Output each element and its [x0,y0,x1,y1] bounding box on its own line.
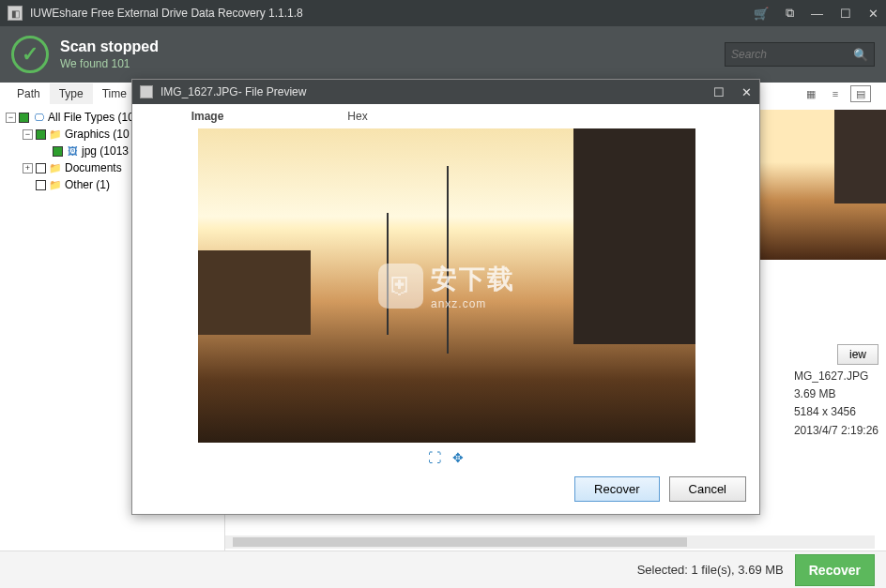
tree-root-label: All File Types (10 [48,111,134,124]
modal-maximize-icon[interactable]: ☐ [713,85,725,99]
selection-text: Selected: 1 file(s), 3.69 MB [637,563,784,577]
check-circle-icon [11,36,49,73]
modal-titlebar: IMG_1627.JPG- File Preview ☐ ✕ [132,80,759,104]
checkbox[interactable] [53,146,63,157]
col-time[interactable]: Time [93,83,136,104]
watermark-main: 安下载 [431,262,515,297]
detail-date: 2013/4/7 2:19:26 [794,422,878,440]
modal-app-icon [140,85,153,98]
modal-footer: Recover Cancel [132,471,759,511]
image-icon: 🖼 [66,144,79,158]
detail-size: 3.69 MB [794,385,878,403]
tree-graphics-label: Graphics (10 [65,128,130,141]
folder-icon: 📁 [49,161,62,174]
scan-status: Scan stopped [60,38,159,55]
drive-icon: 🖵 [32,111,45,124]
view-switcher: ▦ ≡ ▤ [802,85,878,102]
tree-documents-label: Documents [65,161,122,174]
modal-image-wrap: 安下载 anxz.com [132,128,759,443]
detail-dims: 5184 x 3456 [794,403,878,421]
img-building-left [198,250,311,335]
modal-actions: ☐ ✕ [713,85,752,99]
modal-cancel-button[interactable]: Cancel [669,476,746,502]
thumbnail-preview [745,110,886,260]
tab-hex[interactable]: Hex [283,105,433,128]
title-actions: 🛒 ⧉ — ☐ ✕ [754,6,878,21]
checkbox[interactable] [36,129,46,140]
modal-tools: ⛶ ✥ [132,443,759,471]
watermark-shield-icon [378,264,423,309]
maximize-icon[interactable]: ☐ [840,7,851,21]
col-path[interactable]: Path [8,83,50,104]
pan-icon[interactable]: ✥ [452,450,464,465]
recover-button[interactable]: Recover [795,554,875,586]
watermark-sub: anxz.com [431,297,515,310]
search-icon[interactable]: 🔍 [853,48,868,62]
collapse-icon[interactable]: − [6,113,16,123]
img-pole [447,166,449,354]
folder-icon: 📁 [49,128,62,141]
status-bar: Selected: 1 file(s), 3.69 MB Recover [0,550,886,588]
scrollbar-thumb[interactable] [233,537,687,547]
cart-icon[interactable]: 🛒 [754,7,769,21]
horizontal-scrollbar[interactable] [225,535,875,549]
scan-found: We found 101 [60,57,159,70]
checkbox[interactable] [36,163,46,173]
modal-image: 安下载 anxz.com [198,128,695,443]
checkbox[interactable] [36,180,46,190]
modal-close-icon[interactable]: ✕ [741,85,752,99]
app-icon [8,6,23,21]
titlebar: IUWEshare Free External Drive Data Recov… [0,0,886,26]
watermark-text: 安下载 anxz.com [431,262,515,310]
folder-icon: 📁 [49,178,62,191]
app-title: IUWEshare Free External Drive Data Recov… [30,7,303,20]
tab-image[interactable]: Image [132,105,283,128]
col-type[interactable]: Type [50,83,93,104]
tree-jpg-label: jpg (1013 [82,144,129,158]
view-grid-icon[interactable]: ▦ [802,85,820,102]
scan-text: Scan stopped We found 101 [60,38,159,70]
view-list-icon[interactable]: ≡ [826,85,845,102]
file-details: MG_1627.JPG 3.69 MB 5184 x 3456 2013/4/7… [794,368,878,440]
search-input[interactable] [731,48,853,61]
detail-name: MG_1627.JPG [794,368,878,385]
scan-status-band: Scan stopped We found 101 🔍 [0,26,886,83]
search-box[interactable]: 🔍 [725,42,875,67]
minimize-icon[interactable]: — [811,7,823,21]
collapse-icon[interactable]: − [23,129,33,140]
view-detail-icon[interactable]: ▤ [850,85,871,102]
modal-recover-button[interactable]: Recover [574,476,659,502]
window-restore-icon[interactable]: ⧉ [786,6,794,21]
crop-icon[interactable]: ⛶ [428,450,441,465]
close-icon[interactable]: ✕ [868,7,878,21]
modal-tabs: Image Hex [132,104,759,128]
expand-icon[interactable]: + [23,163,33,173]
preview-button[interactable]: iew [837,344,878,365]
checkbox[interactable] [19,113,29,123]
preview-modal: IMG_1627.JPG- File Preview ☐ ✕ Image Hex… [131,79,760,515]
modal-title-text: IMG_1627.JPG- File Preview [160,85,306,98]
watermark: 安下载 anxz.com [378,262,515,310]
img-building-right [573,128,695,344]
tree-other-label: Other (1) [65,178,110,191]
thumb-building [834,110,886,204]
